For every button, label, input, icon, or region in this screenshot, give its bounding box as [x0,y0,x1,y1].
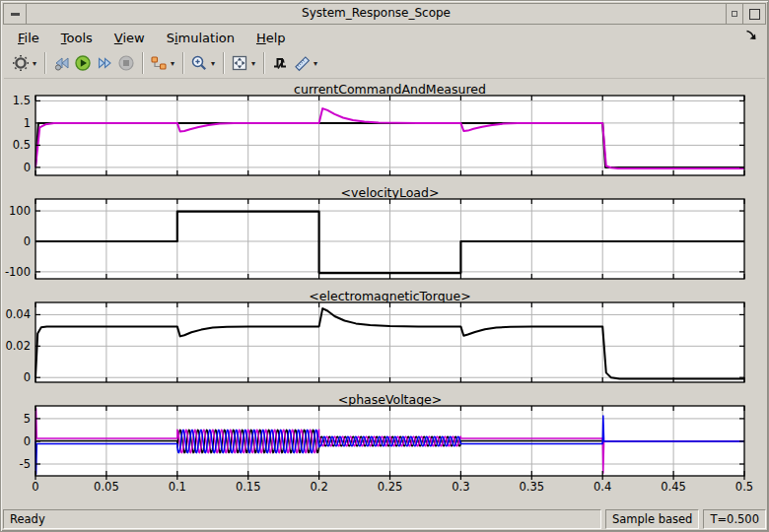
measurements-dropdown-arrow-icon[interactable]: ▾ [314,59,317,68]
step-forward-icon [96,54,113,72]
y-tick-label: 5 [24,412,31,426]
window-menu-button[interactable] [4,4,27,24]
status-sample-mode: Sample based [605,509,700,529]
x-tick-label: 0.35 [519,480,544,494]
toolbar-separator [263,52,264,74]
window-menu-dash-icon [11,13,20,16]
menu-bar-items: FileToolsViewSimulationHelp [12,29,302,47]
step-back-icon [52,54,70,72]
y-tick-label: 1.5 [13,94,31,107]
toolbar-separator [44,52,45,74]
scope-window: { "window": { "title": "System_Response_… [0,0,769,532]
fit-to-view-button[interactable] [229,51,250,75]
x-tick-label: 0.3 [452,480,469,494]
zoom-button[interactable] [188,51,210,75]
measurements-button[interactable] [291,51,313,75]
settings-dropdown-arrow-icon[interactable]: ▾ [33,59,36,68]
menu-view[interactable]: View [108,29,151,47]
settings-button[interactable] [10,51,32,75]
minimize-icon [732,11,737,17]
toolbar: ▾ ▾ [4,48,765,79]
x-tick-label: 0.45 [661,480,686,494]
y-tick-label: 100 [9,204,31,218]
fit-to-view-icon [231,54,248,72]
y-tick-label: 0.02 [5,339,31,353]
title-bar: System_Response_Scope [3,3,766,25]
fit-to-view-dropdown-arrow-icon[interactable]: ▾ [251,59,255,68]
y-tick-label: 1 [24,116,31,130]
signal-selector-icon [150,54,168,72]
play-icon [74,54,92,72]
stop-button[interactable] [115,51,137,75]
x-tick-label: 0.25 [378,480,403,494]
toolbar-separator [223,52,224,74]
plot-phaseVoltage[interactable]: -50500.050.10.150.20.250.30.350.40.450.5 [20,406,754,494]
y-tick-label: 0.5 [13,138,31,152]
status-time: T=0.500 [703,509,766,529]
gear-icon [12,54,30,72]
dock-scope-icon[interactable] [744,29,757,41]
signal-selector-button[interactable] [148,51,170,75]
plot-currentCommandAndMeasured[interactable]: 00.511.5 [13,94,744,175]
window-title: System_Response_Scope [27,4,726,24]
y-tick-label: -5 [20,457,31,471]
menu-tools[interactable]: Tools [55,29,99,47]
zoom-dropdown-arrow-icon[interactable]: ▾ [211,59,215,68]
y-tick-label: 0 [24,234,31,248]
plot-velocityLoad[interactable]: -1000100 [5,199,744,279]
step-back-button[interactable] [50,51,72,75]
y-tick-label: 0 [24,161,31,174]
trigger-button[interactable] [269,51,291,75]
minimize-button[interactable] [726,4,742,24]
status-bar: Ready Sample based T=0.500 [3,507,766,529]
x-tick-label: 0 [32,480,38,494]
menu-file[interactable]: File [12,29,45,47]
trigger-icon [271,54,289,72]
menu-help[interactable]: Help [250,29,292,47]
y-tick-label: 0 [24,434,31,448]
x-tick-label: 0.4 [594,480,611,494]
step-forward-button[interactable] [94,51,115,75]
status-ready: Ready [3,509,601,529]
stop-icon [117,54,135,72]
x-tick-label: 0.1 [169,480,186,494]
menu-bar: FileToolsViewSimulationHelp [4,27,765,48]
x-tick-label: 0.05 [94,480,119,494]
zoom-in-icon [190,54,208,72]
y-tick-label: 0 [24,370,31,384]
ruler-icon [293,54,311,72]
x-tick-label: 0.2 [310,480,327,494]
run-button[interactable] [72,51,94,75]
x-tick-label: 0.15 [236,480,261,494]
maximize-icon [749,9,760,20]
x-tick-label: 0.5 [735,480,753,494]
scope-plots-canvas[interactable]: 00.511.5-100010000.020.04-50500.050.10.1… [0,81,769,498]
toolbar-separator [182,52,183,74]
toolbar-separator [142,52,143,74]
y-tick-label: -100 [5,265,31,279]
signal-selector-dropdown-arrow-icon[interactable]: ▾ [171,59,175,68]
menu-simulation[interactable]: Simulation [161,29,241,47]
y-tick-label: 0.04 [5,307,31,321]
maximize-button[interactable] [742,4,765,24]
plot-electromagneticTorque[interactable]: 00.020.04 [5,302,744,384]
